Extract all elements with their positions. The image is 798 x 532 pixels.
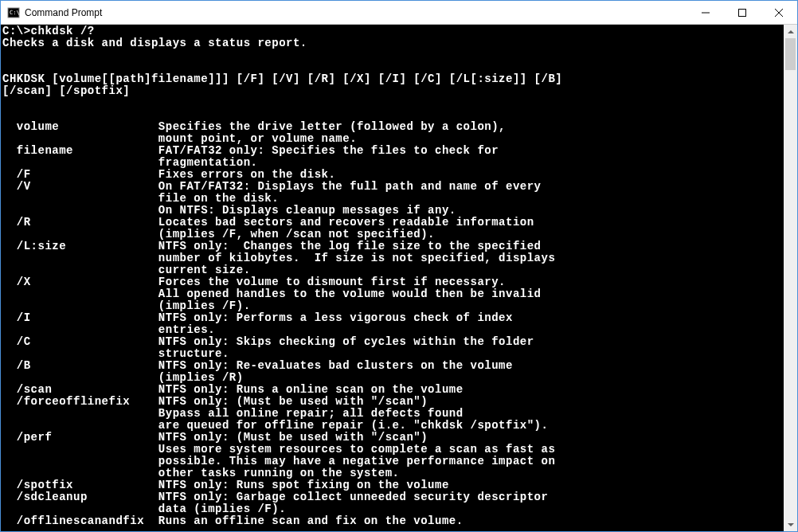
console-area: C:\>chkdsk /? Checks a disk and displays… [1, 25, 797, 531]
scroll-down-arrow[interactable] [784, 518, 797, 531]
scroll-thumb[interactable] [785, 38, 796, 70]
svg-marker-6 [788, 30, 794, 33]
svg-rect-3 [739, 9, 746, 16]
scroll-track[interactable] [784, 38, 797, 518]
window-controls [687, 1, 797, 24]
window-title: Command Prompt [25, 7, 687, 18]
console-output[interactable]: C:\>chkdsk /? Checks a disk and displays… [1, 25, 784, 531]
app-icon: C:\ [7, 6, 20, 19]
minimize-button[interactable] [687, 1, 724, 24]
vertical-scrollbar[interactable] [784, 25, 797, 531]
command-prompt-window: C:\ Command Prompt C:\>chkdsk /? Checks … [0, 0, 798, 532]
scroll-up-arrow[interactable] [784, 25, 797, 38]
titlebar[interactable]: C:\ Command Prompt [1, 1, 797, 25]
svg-text:C:\: C:\ [10, 10, 20, 16]
maximize-button[interactable] [724, 1, 761, 24]
svg-marker-7 [788, 523, 794, 526]
close-button[interactable] [761, 1, 797, 24]
